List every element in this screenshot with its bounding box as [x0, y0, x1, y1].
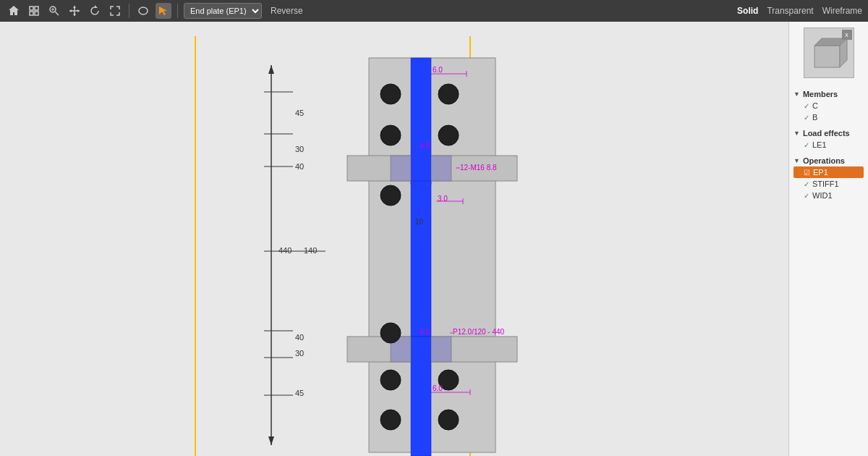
- pan-icon[interactable]: [67, 3, 82, 19]
- svg-rect-34: [411, 337, 431, 456]
- toolbar-separator-2: [177, 4, 178, 18]
- dim-40-top: 40: [295, 162, 304, 171]
- members-header[interactable]: ▼ Members: [793, 90, 864, 98]
- svg-line-5: [56, 12, 59, 16]
- svg-marker-13: [77, 9, 80, 12]
- view-transparent[interactable]: Transparent: [767, 6, 813, 16]
- reverse-button[interactable]: Reverse: [266, 4, 307, 17]
- svg-rect-1: [35, 7, 38, 10]
- svg-point-15: [139, 7, 148, 14]
- load-effects-header[interactable]: ▼ Load effects: [793, 129, 864, 138]
- ep1-item[interactable]: ☑ EP1: [793, 166, 864, 178]
- stiff1-item[interactable]: ✓ STIFF1: [793, 178, 864, 190]
- le1-label: LE1: [812, 140, 827, 149]
- home-icon[interactable]: [6, 3, 22, 19]
- plate-select[interactable]: End plate (EP1): [184, 3, 262, 19]
- svg-rect-35: [391, 156, 411, 181]
- svg-point-47: [380, 410, 401, 430]
- svg-point-39: [380, 84, 401, 104]
- svg-marker-12: [69, 9, 72, 12]
- dim-30-bot: 30: [295, 349, 304, 358]
- dim-6-top: 6.0: [433, 66, 443, 74]
- svg-marker-20: [268, 65, 274, 74]
- svg-marker-14: [95, 5, 98, 8]
- members-label: Members: [803, 90, 838, 98]
- dim-6-bot: 6.0: [433, 384, 443, 392]
- svg-point-40: [438, 84, 459, 104]
- svg-rect-32: [411, 58, 431, 185]
- operations-label: Operations: [803, 156, 845, 165]
- operations-arrow: ▼: [793, 157, 800, 164]
- stiff1-label: STIFF1: [812, 180, 839, 188]
- zoom-extent-icon[interactable]: [26, 3, 42, 19]
- members-section: ▼ Members ✓ C ✓ B: [793, 90, 864, 123]
- dim-30-top: 30: [295, 145, 304, 153]
- plate-label: P12.0/120 - 440: [453, 328, 505, 336]
- wid1-check: ✓: [804, 192, 809, 200]
- stiff1-check: ✓: [804, 180, 809, 188]
- member-c-check: ✓: [804, 102, 809, 110]
- operations-section: ▼ Operations ☑ EP1 ✓ STIFF1 ✓ WID1: [793, 156, 864, 201]
- member-b-item[interactable]: ✓ B: [793, 111, 864, 123]
- svg-point-45: [380, 370, 401, 390]
- view-wireframe[interactable]: Wireframe: [822, 6, 862, 16]
- svg-rect-33: [411, 181, 431, 337]
- load-effects-section: ▼ Load effects ✓ LE1: [793, 129, 864, 151]
- member-b-label: B: [812, 113, 817, 122]
- dim-40-bot: 40: [295, 333, 304, 342]
- cursor-icon[interactable]: [156, 3, 171, 19]
- dim-45-top: 45: [295, 109, 304, 117]
- member-c-label: C: [812, 101, 818, 110]
- svg-rect-0: [30, 7, 33, 10]
- toolbar: End plate (EP1) Reverse Solid Transparen…: [0, 0, 868, 22]
- fit-icon[interactable]: [107, 3, 123, 19]
- member-c-item[interactable]: ✓ C: [793, 100, 864, 111]
- operations-header[interactable]: ▼ Operations: [793, 156, 864, 165]
- toolbar-separator-1: [129, 4, 129, 18]
- svg-rect-3: [35, 12, 38, 15]
- svg-rect-29: [369, 58, 495, 452]
- load-effects-arrow: ▼: [793, 130, 800, 137]
- svg-marker-21: [268, 436, 274, 445]
- dim-45-bot: 45: [295, 389, 304, 397]
- svg-marker-16: [159, 7, 167, 15]
- canvas[interactable]: 45 30 40 440 140 40 30 45: [0, 22, 788, 456]
- le1-item[interactable]: ✓ LE1: [793, 139, 864, 151]
- zoom-icon[interactable]: [46, 3, 62, 19]
- preview-x-label: x: [842, 30, 852, 40]
- right-panel: x ▼ Members ✓ C ✓ B: [788, 22, 868, 456]
- members-arrow: ▼: [793, 90, 800, 98]
- view-controls: Solid Transparent Wireframe: [737, 6, 862, 16]
- rotate-icon[interactable]: [87, 3, 103, 19]
- 3d-preview: x: [804, 28, 854, 78]
- svg-rect-38: [431, 337, 451, 362]
- svg-point-43: [380, 185, 401, 206]
- svg-marker-11: [73, 14, 76, 16]
- member-b-check: ✓: [804, 114, 809, 122]
- svg-rect-36: [431, 156, 451, 181]
- dim-46-bot: 4.6: [420, 328, 430, 336]
- bolt-label: 12-M16 8.8: [460, 164, 497, 172]
- svg-point-48: [438, 410, 459, 430]
- svg-point-41: [380, 125, 401, 145]
- dim-140: 140: [304, 246, 317, 255]
- load-effects-label: Load effects: [803, 129, 850, 138]
- dim-440: 440: [278, 246, 292, 255]
- svg-point-44: [380, 323, 401, 343]
- view-solid[interactable]: Solid: [737, 6, 758, 16]
- ep1-label: EP1: [813, 168, 828, 177]
- dim-10: 10: [415, 218, 424, 226]
- wid1-item[interactable]: ✓ WID1: [793, 190, 864, 201]
- dim-46-top: 4.6: [420, 142, 430, 150]
- svg-rect-2: [30, 12, 33, 15]
- shape-icon[interactable]: [135, 3, 151, 19]
- svg-point-42: [438, 125, 459, 145]
- wid1-label: WID1: [812, 191, 833, 200]
- svg-rect-63: [814, 46, 840, 67]
- le1-check: ✓: [804, 141, 809, 149]
- ep1-check: ☑: [804, 169, 810, 177]
- svg-marker-10: [73, 6, 76, 8]
- main-area: 45 30 40 440 140 40 30 45: [0, 22, 868, 456]
